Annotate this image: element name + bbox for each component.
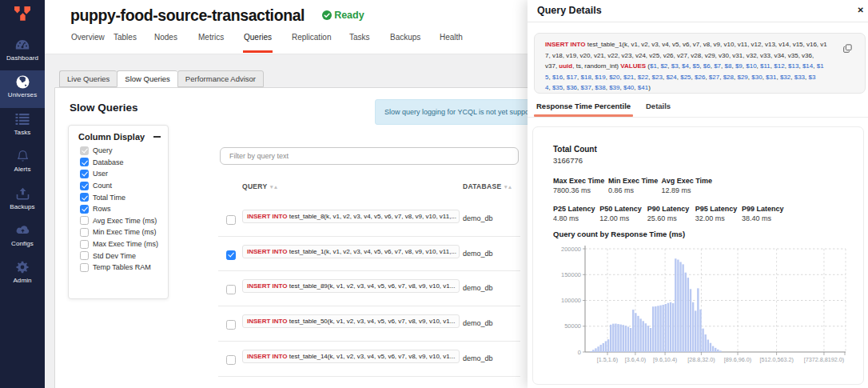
sidebar-item-configs[interactable]: Configs xyxy=(0,219,45,256)
query-table-row[interactable]: INSERT INTO test_table_8(k, v1, v2, v3, … xyxy=(218,202,520,237)
checkbox-icon[interactable] xyxy=(80,240,89,249)
stat-value: 25.60 ms xyxy=(647,214,690,222)
checkbox-icon[interactable] xyxy=(80,170,89,178)
sort-icons[interactable]: ▼▲ xyxy=(503,184,512,190)
stat-label: Avg Exec Time xyxy=(662,177,713,185)
close-icon[interactable]: ✕ xyxy=(858,6,864,14)
column-display-panel: Column Display QueryDatabaseUserCountTot… xyxy=(68,125,169,299)
column-header-database[interactable]: DATABASE▼▲ xyxy=(463,182,512,190)
stat-p95-latency: P95 Latency32.00 ms xyxy=(695,205,738,222)
column-toggle-avg-exec-time-ms-[interactable]: Avg Exec Time (ms) xyxy=(69,215,168,227)
query-table-row[interactable]: INSERT INTO test_table_89(k, v1, v2, v3,… xyxy=(218,271,520,306)
dashboard-gauge-icon xyxy=(0,38,45,53)
subtab-performance-advisor[interactable]: Performance Advisor xyxy=(177,70,264,87)
column-toggle-database[interactable]: Database xyxy=(69,157,168,169)
query-table-row[interactable]: INSERT INTO test_table_1(k, v1, v2, v3, … xyxy=(218,237,520,272)
column-toggle-count[interactable]: Count xyxy=(69,180,168,192)
column-toggle-label: Database xyxy=(93,158,124,166)
yugabyte-logo-icon[interactable] xyxy=(14,6,31,22)
query-snippet-chip[interactable]: INSERT INTO test_table_8(k, v1, v2, v3, … xyxy=(242,210,460,223)
svg-text:[9.6,10.4): [9.6,10.4) xyxy=(653,356,677,363)
query-filter-input[interactable] xyxy=(220,147,519,165)
column-toggle-max-exec-time-ms-[interactable]: Max Exec Time (ms) xyxy=(69,238,168,250)
checkbox-icon[interactable] xyxy=(80,228,89,237)
copy-icon[interactable] xyxy=(843,42,852,50)
query-snippet-chip[interactable]: INSERT INTO test_table_50(k, v1, v2, v3,… xyxy=(242,314,460,328)
svg-text:[7372.8,8192.0): [7372.8,8192.0) xyxy=(804,356,844,363)
svg-text:150000: 150000 xyxy=(561,271,581,278)
configs-cloud-icon xyxy=(0,224,45,238)
universe-title: puppy-food-source-transactional xyxy=(70,6,305,25)
checkbox-icon[interactable] xyxy=(80,205,89,214)
panel-tab-details[interactable]: Details xyxy=(646,102,671,110)
row-checkbox[interactable] xyxy=(226,250,236,260)
tab-tasks[interactable]: Tasks xyxy=(349,33,370,53)
checkbox-icon[interactable] xyxy=(80,251,89,260)
banner-text: Slow query logging for YCQL is not yet s… xyxy=(384,108,529,116)
page-title: Slow Queries xyxy=(70,102,138,114)
query-snippet-chip[interactable]: INSERT INTO test_table_1(k, v1, v2, v3, … xyxy=(242,245,460,258)
row-checkbox[interactable] xyxy=(226,320,236,330)
column-toggle-user[interactable]: User xyxy=(69,168,168,180)
stat-label: P99 Latency xyxy=(742,205,784,213)
tab-nodes[interactable]: Nodes xyxy=(154,33,177,53)
queries-subtabs: Live QueriesSlow QueriesPerformance Advi… xyxy=(59,70,264,87)
stat-p50-latency: P50 Latency12.00 ms xyxy=(599,205,642,222)
tab-tables[interactable]: Tables xyxy=(113,33,137,53)
sidebar-item-dashboard[interactable]: Dashboard xyxy=(0,34,45,70)
column-display-title: Column Display xyxy=(78,132,145,142)
tab-health[interactable]: Health xyxy=(440,33,463,53)
column-toggle-query[interactable]: Query xyxy=(69,145,168,157)
query-table-row[interactable]: INSERT INTO test_table_14(k, v1, v2, v3,… xyxy=(218,342,520,377)
checkbox-icon[interactable] xyxy=(80,263,89,272)
checkbox-icon[interactable] xyxy=(80,158,89,166)
row-checkbox[interactable] xyxy=(226,355,236,365)
collapse-minus-icon[interactable] xyxy=(153,136,161,138)
database-cell: demo_db xyxy=(463,250,493,258)
column-toggle-total-time[interactable]: Total Time xyxy=(69,191,168,203)
sidebar-item-label: Configs xyxy=(0,240,45,247)
column-header-query[interactable]: QUERY▼▲ xyxy=(242,182,277,190)
response-time-histogram: 050000100000150000200000[1.5,1.6)[3.6,4.… xyxy=(541,241,865,375)
sort-icons[interactable]: ▼▲ xyxy=(269,184,277,190)
subtab-slow-queries[interactable]: Slow Queries xyxy=(117,70,177,87)
tab-backups[interactable]: Backups xyxy=(390,33,420,53)
row-checkbox[interactable] xyxy=(226,215,236,225)
svg-text:50000: 50000 xyxy=(564,322,581,330)
column-toggle-label: Count xyxy=(93,182,112,190)
sql-preview: INSERT INTO test_table_1(k, v1, v2, v3, … xyxy=(534,33,866,94)
panel-tab-response-time-percentile[interactable]: Response Time Percentile xyxy=(534,102,633,117)
query-snippet-chip[interactable]: INSERT INTO test_table_89(k, v1, v2, v3,… xyxy=(242,279,460,293)
tab-metrics[interactable]: Metrics xyxy=(198,33,224,53)
column-toggle-temp-tables-ram[interactable]: Temp Tables RAM xyxy=(69,262,168,274)
checkbox-icon[interactable] xyxy=(80,182,89,190)
sidebar: DashboardUniversesTasksAlertsBackupsConf… xyxy=(0,0,45,388)
column-toggle-rows[interactable]: Rows xyxy=(69,203,168,215)
sidebar-item-label: Tasks xyxy=(0,129,45,136)
status-label: Ready xyxy=(334,10,364,21)
sidebar-item-universes[interactable]: Universes xyxy=(0,70,45,107)
admin-gear-icon xyxy=(0,261,45,275)
sidebar-item-admin[interactable]: Admin xyxy=(0,256,45,293)
subtab-live-queries[interactable]: Live Queries xyxy=(59,70,117,87)
column-toggle-label: Std Dev Time xyxy=(93,252,136,260)
sidebar-item-alerts[interactable]: Alerts xyxy=(0,145,45,182)
universes-globe-icon xyxy=(0,75,45,90)
column-toggle-min-exec-time-ms-[interactable]: Min Exec Time (ms) xyxy=(69,226,168,238)
checkbox-icon[interactable] xyxy=(80,216,89,225)
query-table-rows: INSERT INTO test_table_8(k, v1, v2, v3, … xyxy=(218,202,520,377)
column-toggle-std-dev-time[interactable]: Std Dev Time xyxy=(69,250,168,262)
tab-replication[interactable]: Replication xyxy=(292,33,331,53)
tab-overview[interactable]: Overview xyxy=(71,33,105,53)
sidebar-item-tasks[interactable]: Tasks xyxy=(0,108,45,145)
svg-text:[512.0,563.2): [512.0,563.2) xyxy=(759,356,793,363)
checkbox-icon[interactable] xyxy=(80,193,89,202)
query-snippet-chip[interactable]: INSERT INTO test_table_14(k, v1, v2, v3,… xyxy=(242,350,460,363)
query-table-row[interactable]: INSERT INTO test_table_50(k, v1, v2, v3,… xyxy=(218,306,520,342)
sidebar-item-label: Dashboard xyxy=(0,54,45,62)
tab-queries[interactable]: Queries xyxy=(244,33,272,53)
row-checkbox[interactable] xyxy=(226,285,236,294)
sidebar-item-backups[interactable]: Backups xyxy=(0,182,45,219)
panel-title: Query Details xyxy=(537,5,602,16)
checkbox-icon[interactable] xyxy=(80,146,89,155)
